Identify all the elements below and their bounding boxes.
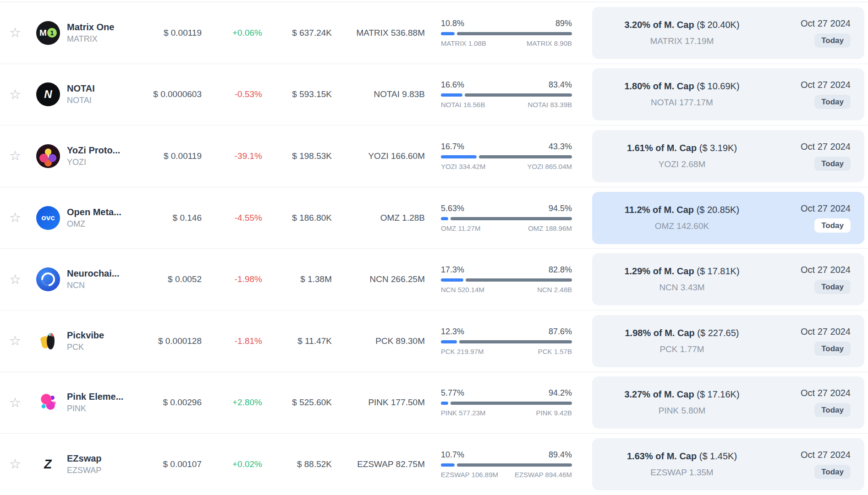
volume-usd: $ 525.60K (262, 397, 332, 408)
right-percent-label: 83.4% (549, 80, 572, 90)
favorite-star-icon[interactable]: ☆ (9, 26, 21, 39)
favorite-star-icon[interactable]: ☆ (9, 88, 21, 101)
bar-right-segment (457, 463, 572, 467)
market-cap-percent: 1.80% of M. Cap ($ 10.69K) (600, 81, 764, 92)
bar-left-segment (441, 402, 448, 405)
market-cap-panel[interactable]: 1.63% of M. Cap ($ 1.45K) EZSWAP 1.35M O… (592, 438, 864, 490)
supply-distribution: 16.6% 83.4% NOTAI 16.56B NOTAI 83.39B (425, 80, 572, 109)
token-list: ☆ M Matrix One MATRIX $ 0.00119 +0.06% $… (0, 2, 868, 495)
bar-left-segment (441, 217, 448, 220)
token-symbol: PINK (67, 404, 123, 413)
right-percent-label: 82.8% (549, 265, 572, 275)
market-cap-panel[interactable]: 11.2% of M. Cap ($ 20.85K) OMZ 142.60K O… (592, 192, 864, 244)
volume-usd: $ 198.53K (262, 151, 332, 161)
token-price: $ 0.146 (151, 213, 202, 223)
left-percent-label: 10.7% (441, 450, 464, 460)
market-cap-token-amount: YOZI 2.68M (600, 159, 764, 169)
market-cap-panel[interactable]: 3.20% of M. Cap ($ 20.40K) MATRIX 17.19M… (592, 7, 864, 59)
token-row[interactable]: ☆ YoZi Proto... YOZI $ 0.00119 -39.1% $ … (0, 125, 868, 187)
favorite-star-icon[interactable]: ☆ (9, 273, 21, 286)
date-label: Oct 27 2024 (801, 265, 851, 275)
market-cap-panel[interactable]: 3.27% of M. Cap ($ 17.16K) PINK 5.80M Oc… (592, 376, 864, 429)
token-logo-letters: ovc (41, 214, 55, 222)
token-name: Open Meta... (67, 207, 121, 218)
market-cap-panel[interactable]: 1.29% of M. Cap ($ 17.81K) NCN 3.43M Oct… (592, 253, 864, 305)
token-logo-letters: M (39, 28, 47, 37)
price-change-percent: -39.1% (202, 151, 262, 161)
token-logo: ovc (36, 206, 60, 230)
token-logo-letters: N (44, 89, 52, 100)
market-cap-panel[interactable]: 1.98% of M. Cap ($ 227.65) PCK 1.77M Oct… (592, 315, 864, 367)
favorite-star-icon[interactable]: ☆ (9, 396, 21, 409)
market-cap-percent: 1.63% of M. Cap ($ 1.45K) (600, 451, 764, 462)
favorite-star-icon[interactable]: ☆ (9, 149, 21, 163)
token-symbol: NCN (67, 281, 119, 290)
token-row[interactable]: ☆ N NOTAI NOTAI $ 0.0000603 -0.53% $ 593… (0, 64, 868, 126)
favorite-star-icon[interactable]: ☆ (9, 334, 21, 348)
token-row[interactable]: ☆ Neurochai... NCN $ 0.0052 -1.98% $ 1.3… (0, 249, 868, 310)
token-row[interactable]: ☆ M Matrix One MATRIX $ 0.00119 +0.06% $… (0, 2, 868, 64)
left-percent-label: 10.8% (441, 19, 464, 28)
favorite-star-icon[interactable]: ☆ (9, 457, 21, 471)
distribution-bar (441, 32, 572, 35)
volume-usd: $ 593.15K (262, 89, 332, 99)
right-amount-label: PCK 1.57B (538, 348, 572, 355)
bar-left-segment (441, 32, 455, 35)
bar-left-segment (441, 278, 463, 282)
bar-left-segment (441, 340, 457, 343)
token-row[interactable]: ☆ Pickvibe PCK $ 0.000128 -1.81% $ 11.47… (0, 310, 868, 372)
token-name: Matrix One (67, 22, 114, 33)
market-cap-panel[interactable]: 1.80% of M. Cap ($ 10.69K) NOTAI 177.17M… (592, 68, 864, 120)
volume-usd: $ 1.38M (262, 274, 332, 284)
token-volume-amount: EZSWAP 82.75M (332, 459, 425, 469)
bar-right-segment (450, 217, 572, 220)
token-name: EZswap (67, 453, 102, 464)
bar-left-segment (441, 155, 477, 158)
right-amount-label: EZSWAP 894.46M (515, 471, 572, 479)
today-badge: Today (814, 342, 851, 356)
token-volume-amount: MATRIX 536.88M (332, 28, 425, 38)
token-symbol: MATRIX (67, 34, 114, 44)
supply-distribution: 10.7% 89.4% EZSWAP 106.89M EZSWAP 894.46… (425, 450, 572, 479)
today-badge: Today (814, 280, 851, 294)
favorite-star-icon[interactable]: ☆ (9, 211, 21, 224)
volume-usd: $ 186.80K (262, 213, 332, 223)
left-percent-label: 16.7% (441, 142, 464, 152)
right-amount-label: NCN 2.48B (537, 286, 572, 294)
price-change-percent: -0.53% (202, 89, 262, 99)
distribution-bar (441, 278, 572, 282)
token-row[interactable]: ☆ Pink Eleme... PINK $ 0.00296 +2.80% $ … (0, 372, 868, 434)
bar-right-segment (459, 340, 572, 343)
today-badge: Today (814, 465, 851, 479)
price-change-percent: -1.81% (202, 336, 262, 346)
market-cap-token-amount: NCN 3.43M (600, 283, 764, 293)
price-change-percent: +0.02% (202, 459, 262, 469)
token-logo-letters: Z (43, 458, 53, 471)
left-amount-label: OMZ 11.27M (441, 224, 480, 232)
token-symbol: OMZ (67, 219, 121, 229)
token-symbol: PCK (67, 343, 104, 352)
market-cap-percent: 1.98% of M. Cap ($ 227.65) (600, 328, 764, 338)
right-amount-label: NOTAI 83.39B (528, 101, 572, 109)
today-badge: Today (814, 33, 851, 48)
bar-right-segment (457, 32, 572, 35)
price-change-percent: -1.98% (202, 274, 262, 284)
left-amount-label: NOTAI 16.56B (441, 101, 485, 109)
date-label: Oct 27 2024 (801, 450, 851, 460)
distribution-bar (441, 340, 572, 343)
token-volume-amount: OMZ 1.28B (332, 213, 425, 223)
token-symbol: NOTAI (67, 96, 95, 105)
left-amount-label: NCN 520.14M (441, 286, 484, 294)
left-amount-label: MATRIX 1.08B (441, 39, 486, 47)
token-name: Pickvibe (67, 330, 104, 341)
token-row[interactable]: ☆ ovc Open Meta... OMZ $ 0.146 -4.55% $ … (0, 187, 868, 249)
market-cap-panel[interactable]: 1.61% of M. Cap ($ 3.19K) YOZI 2.68M Oct… (592, 130, 864, 182)
token-price: $ 0.0052 (151, 274, 202, 284)
token-price: $ 0.000128 (151, 336, 202, 346)
token-volume-amount: PINK 177.50M (332, 397, 425, 408)
price-change-percent: +2.80% (202, 397, 262, 408)
left-percent-label: 5.63% (441, 204, 464, 213)
right-amount-label: MATRIX 8.90B (527, 39, 572, 47)
token-row[interactable]: ☆ Z EZswap EZSWAP $ 0.00107 +0.02% $ 88.… (0, 434, 868, 495)
right-percent-label: 94.5% (549, 204, 572, 213)
